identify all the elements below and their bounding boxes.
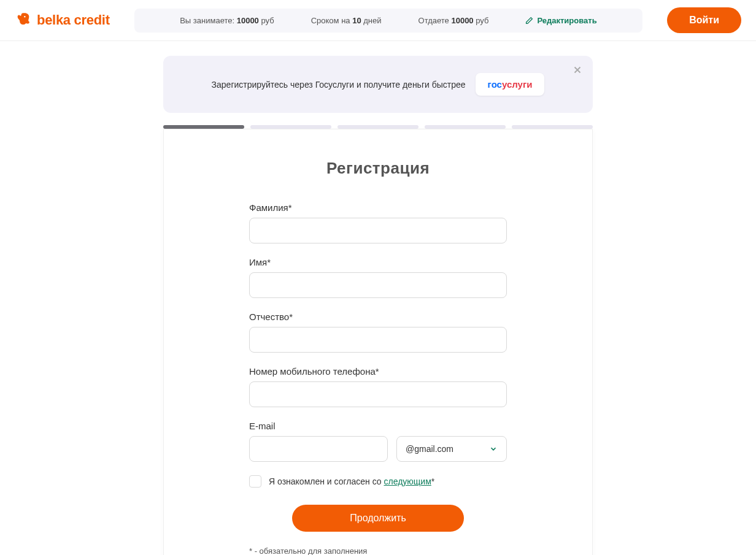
gosuslugi-button[interactable]: госуслуги	[476, 73, 545, 96]
email-domain-value: @gmail.com	[406, 444, 453, 454]
summary-repay: Отдаете 10000 руб	[418, 16, 489, 25]
logo[interactable]: belka credit	[15, 12, 110, 29]
email-label: E-mail	[249, 421, 507, 431]
progress-step-1	[163, 125, 244, 129]
agree-terms-link[interactable]: следующим	[384, 477, 431, 486]
close-icon[interactable]	[572, 64, 583, 75]
agree-label: Я ознакомлен и согласен со следующим*	[269, 477, 434, 486]
gosuslugi-banner: Зарегистрируйтесь через Госуслуги и полу…	[163, 56, 593, 113]
continue-button[interactable]: Продолжить	[292, 505, 464, 532]
svg-point-0	[24, 16, 25, 17]
phone-label: Номер мобильного телефона*	[249, 366, 507, 377]
summary-term: Сроком на 10 дней	[311, 16, 382, 25]
banner-text: Зарегистрируйтесь через Госуслуги и полу…	[212, 80, 466, 90]
header: belka credit Вы занимаете: 10000 руб Сро…	[0, 0, 756, 41]
pencil-icon	[525, 17, 533, 25]
loan-summary-bar: Вы занимаете: 10000 руб Сроком на 10 дне…	[134, 9, 642, 33]
patronymic-field[interactable]	[249, 327, 507, 353]
progress-step-4	[425, 125, 506, 129]
lastname-label: Фамилия*	[249, 202, 507, 213]
firstname-field[interactable]	[249, 272, 507, 298]
edit-loan-link[interactable]: Редактировать	[525, 16, 596, 25]
progress-step-5	[512, 125, 593, 129]
email-domain-select[interactable]: @gmail.com	[396, 436, 507, 462]
progress-step-2	[250, 125, 331, 129]
squirrel-icon	[15, 12, 32, 29]
page-title: Регистрация	[164, 159, 592, 178]
summary-borrow: Вы занимаете: 10000 руб	[180, 16, 274, 25]
progress-step-3	[338, 125, 418, 129]
progress-steps	[163, 125, 593, 129]
login-button[interactable]: Войти	[667, 7, 741, 33]
patronymic-label: Отчество*	[249, 312, 507, 322]
email-field[interactable]	[249, 436, 388, 462]
phone-field[interactable]	[249, 381, 507, 407]
chevron-down-icon	[489, 445, 498, 453]
required-note: * - обязательно для заполнения	[249, 546, 507, 555]
agree-checkbox[interactable]	[249, 475, 261, 488]
registration-form-card: Регистрация Фамилия* Имя* Отчество* Номе…	[163, 129, 593, 555]
lastname-field[interactable]	[249, 218, 507, 243]
logo-text: belka credit	[37, 12, 110, 28]
firstname-label: Имя*	[249, 257, 507, 267]
